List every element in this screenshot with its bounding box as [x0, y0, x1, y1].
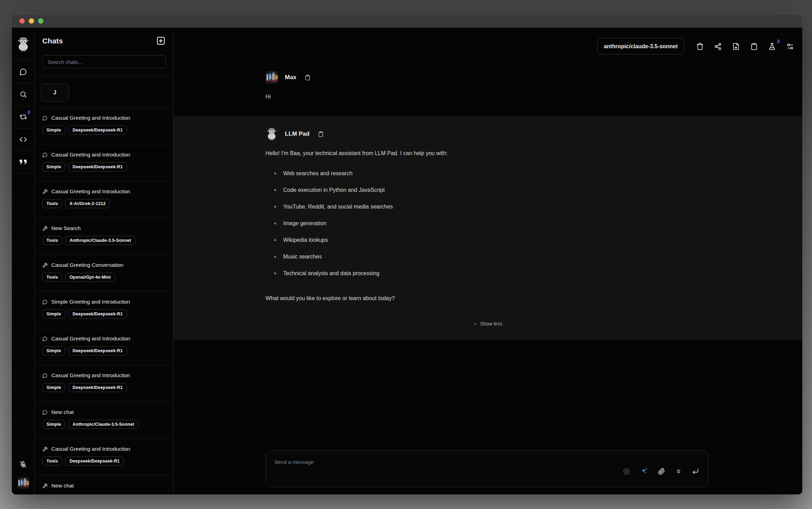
rail-item-search[interactable] [12, 83, 34, 106]
chat-mode-tag: Simple [42, 346, 65, 355]
delete-chat-icon[interactable] [696, 43, 704, 50]
beta-badge: β [28, 110, 30, 114]
copy-message-button[interactable] [318, 131, 324, 137]
chat-model-tag: Deepseek/Deepseek-R1 [68, 309, 127, 319]
beta-badge: β [777, 39, 780, 43]
bullet-dot [274, 189, 276, 191]
clipboard-icon[interactable] [750, 43, 758, 50]
folder-row: J [35, 76, 173, 108]
message-author: LLM Pad [285, 130, 310, 137]
chat-title: Casual Greeting and Introduction [51, 446, 130, 452]
chat-mode-tag: Tools [42, 273, 62, 282]
minimize-window-button[interactable] [29, 18, 34, 24]
chat-mode-tag: Simple [42, 126, 65, 135]
repeat-icon [19, 113, 27, 121]
chat-model-tag: X-Ai/Grok-2-1212 [65, 199, 110, 208]
chat-list-item[interactable]: New chat [35, 475, 173, 494]
code-icon [19, 136, 27, 143]
tools-wrench-icon [42, 447, 48, 452]
chat-list-item[interactable]: Casual Greeting and Introduction Tools X… [35, 181, 173, 218]
close-window-button[interactable] [19, 18, 25, 24]
chat-bubble-icon [19, 68, 27, 76]
collapse-chevrons-icon[interactable] [675, 468, 682, 475]
chat-list-item[interactable]: Simple Greeting and Introduction Simple … [35, 291, 173, 328]
chat-bubble-icon [42, 373, 48, 378]
rail-item-chats[interactable] [12, 61, 34, 83]
capability-bullet: Music searches [265, 248, 710, 265]
maximize-window-button[interactable] [38, 18, 43, 24]
chat-title: New Search [51, 225, 81, 231]
chat-mode-tag: Tools [42, 457, 62, 466]
chat-title: Simple Greeting and Introduction [51, 299, 130, 305]
chat-mode-tag: Simple [42, 309, 65, 319]
chat-list-item[interactable]: Casual Greeting and Introduction Simple … [35, 144, 173, 181]
chat-model-tag: Deepseek/Deepseek-R1 [68, 126, 127, 135]
chat-toolbar: anthropic/claude-3.5-sonnet β [597, 38, 794, 54]
chat-list-item[interactable]: Casual Greeting and Introduction Simple … [35, 365, 173, 402]
tools-wrench-icon [42, 226, 48, 231]
chat-list-item[interactable]: Casual Greeting Conversation Tools Opena… [35, 255, 173, 291]
chat-title: Casual Greeting and Introduction [51, 372, 130, 379]
show-less-button[interactable]: Show less [473, 321, 502, 326]
assistant-intro-text: Hello! I'm Baa, your technical assistant… [265, 150, 710, 157]
chat-list-item[interactable]: New chat Simple Anthropic/Claude-3.5-Son… [35, 402, 173, 439]
chat-model-tag: Deepseek/Deepseek-R1 [65, 457, 124, 466]
tools-wrench-icon [42, 483, 48, 489]
attach-paperclip-icon[interactable] [658, 468, 665, 475]
chat-bubble-icon [42, 152, 48, 158]
message-author: Max [285, 74, 296, 81]
user-avatar[interactable] [17, 477, 29, 489]
tools-wrench-icon [42, 189, 48, 194]
chat-list-item[interactable]: New Search Tools Anthropic/Claude-3.5-So… [35, 218, 173, 255]
chat-mode-tag: Tools [42, 199, 62, 208]
chat-title: New chat [51, 409, 74, 415]
assistant-avatar [265, 128, 278, 140]
bullet-dot [274, 222, 276, 224]
stop-icon[interactable] [623, 468, 630, 475]
search-chats-input[interactable] [42, 55, 166, 68]
send-return-icon[interactable] [692, 468, 699, 475]
chat-list-item[interactable]: Casual Greeting and Introduction Simple … [35, 108, 173, 144]
copy-message-button[interactable] [305, 75, 311, 80]
new-chat-button[interactable] [156, 36, 166, 45]
share-icon[interactable] [714, 43, 722, 50]
bullet-dot [274, 172, 276, 175]
folder-button[interactable]: J [41, 84, 69, 102]
bullet-dot [274, 239, 276, 241]
chat-mode-tag: Simple [42, 162, 65, 171]
ai-sparkle-icon[interactable] [640, 467, 648, 475]
capability-bullet: Wikipedia lookups [265, 232, 710, 248]
chat-bubble-icon [42, 410, 48, 415]
export-file-icon[interactable] [732, 43, 740, 50]
rail-item-prompts[interactable] [12, 151, 34, 173]
capability-bullet: Technical analysis and data processing [265, 265, 710, 282]
chat-title: Casual Greeting and Introduction [51, 152, 130, 158]
chat-bubble-icon [42, 336, 48, 341]
message-text: Hi [265, 93, 710, 101]
assistant-outro-text: What would you like to explore or learn … [265, 295, 710, 302]
chat-model-tag: Deepseek/Deepseek-R1 [68, 346, 127, 355]
rail-item-code[interactable] [12, 128, 34, 151]
chat-list-item[interactable]: Casual Greeting and Introduction Tools D… [35, 439, 173, 475]
capability-bullet: YouTube, Reddit, and social media search… [265, 198, 710, 215]
sheep-logo-icon [17, 36, 30, 52]
chat-list: Casual Greeting and Introduction Simple … [35, 108, 173, 494]
rail-item-workflows[interactable]: β [12, 106, 34, 128]
experiments-flask-icon[interactable]: β [768, 43, 776, 50]
bullet-dot [274, 206, 276, 208]
model-selector-button[interactable]: anthropic/claude-3.5-sonnet [597, 38, 684, 54]
microphone-muted-icon[interactable] [19, 461, 27, 468]
chat-model-tag: Deepseek/Deepseek-R1 [68, 162, 127, 171]
sidebar-title: Chats [42, 37, 63, 45]
chat-title: New chat [51, 483, 74, 489]
capability-bullet: Code execution in Python and JavaScript [265, 182, 710, 198]
chat-mode-tag: Simple [42, 420, 65, 429]
titlebar [12, 15, 802, 28]
chats-sidebar: Chats J [35, 28, 174, 494]
chat-mode-tag: Simple [42, 383, 65, 392]
app-logo[interactable] [12, 28, 34, 61]
chat-title: Casual Greeting Conversation [51, 262, 124, 268]
settings-sliders-icon[interactable] [786, 43, 794, 50]
chat-list-item[interactable]: Casual Greeting and Introduction Simple … [35, 328, 173, 365]
search-icon [19, 91, 27, 98]
